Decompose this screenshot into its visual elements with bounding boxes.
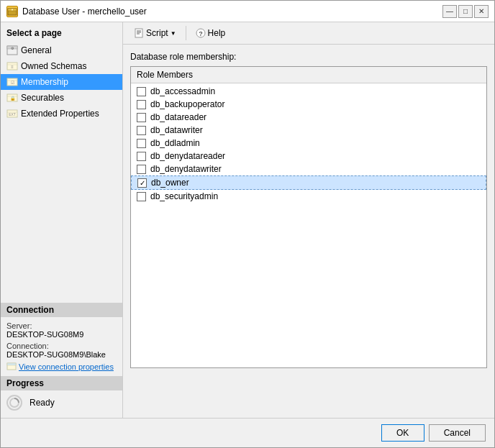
role-checkbox-db-denydatawriter[interactable] (137, 165, 146, 174)
sidebar-item-membership[interactable]: ☑ Membership (1, 74, 122, 90)
role-label-db-datawriter: db_datawriter (150, 125, 203, 135)
toolbar: Script ▼ ? Help (123, 22, 494, 45)
sidebar-item-owned-schemas[interactable]: ≡ Owned Schemas (1, 58, 122, 74)
script-dropdown-arrow[interactable]: ▼ (171, 30, 176, 37)
close-button[interactable]: ✕ (474, 5, 489, 18)
role-item-db-owner[interactable]: ✓ db_owner (131, 175, 486, 190)
sidebar-item-extended-properties-label: Extended Properties (21, 109, 99, 119)
role-item-db-accessadmin[interactable]: db_accessadmin (131, 85, 486, 98)
main-window: Database User - merchello_user — □ ✕ Sel… (0, 0, 495, 448)
sidebar-item-securables[interactable]: 🔒 Securables (1, 90, 122, 106)
role-checkbox-db-accessadmin[interactable] (137, 87, 146, 96)
svg-text:EXT: EXT (9, 112, 16, 116)
role-item-db-datareader[interactable]: db_datareader (131, 111, 486, 124)
sidebar-item-general[interactable]: ⚙ General (1, 42, 122, 58)
svg-point-2 (12, 9, 13, 10)
membership-icon: ☑ (6, 76, 18, 88)
role-checkbox-db-backupoperator[interactable] (137, 100, 146, 109)
role-label-db-owner: db_owner (151, 178, 189, 188)
securables-icon: 🔒 (6, 92, 18, 104)
minimize-button[interactable]: — (442, 5, 457, 18)
connection-section: Connection Server: DESKTOP-SUG08M9 Conne… (1, 303, 122, 376)
window-title: Database User - merchello_user (22, 6, 147, 17)
progress-spinner (6, 395, 22, 411)
svg-text:☑: ☑ (11, 81, 14, 85)
role-checkbox-db-ddladmin[interactable] (137, 139, 146, 148)
window-icon (6, 6, 18, 17)
help-label: Help (208, 28, 226, 38)
panel-content: Database role membership: Role Members d… (123, 45, 494, 418)
section-title: Database role membership: (130, 52, 487, 62)
owned-schemas-icon: ≡ (6, 60, 18, 72)
progress-header: Progress (1, 376, 122, 390)
view-connection-link[interactable]: View connection properties (19, 362, 114, 371)
general-icon: ⚙ (6, 45, 18, 56)
server-label: Server: (6, 321, 117, 330)
role-checkbox-db-denydatareader[interactable] (137, 152, 146, 161)
script-icon (134, 28, 144, 38)
connection-value: DESKTOP-SUG08M9\Blake (6, 350, 117, 359)
sidebar: Select a page ⚙ General (1, 22, 123, 418)
cancel-button[interactable]: Cancel (429, 424, 486, 442)
script-button[interactable]: Script ▼ (129, 25, 181, 41)
progress-content: Ready (1, 390, 122, 415)
sidebar-item-membership-label: Membership (21, 77, 68, 87)
bottom-bar: OK Cancel (1, 418, 494, 447)
role-checkbox-db-datawriter[interactable] (137, 126, 146, 135)
role-item-db-datawriter[interactable]: db_datawriter (131, 124, 486, 137)
sidebar-item-general-label: General (21, 45, 52, 55)
role-item-db-backupoperator[interactable]: db_backupoperator (131, 98, 486, 111)
sidebar-section-title: Select a page (1, 25, 122, 42)
connection-content: Server: DESKTOP-SUG08M9 Connection: DESK… (1, 317, 122, 376)
role-label-db-denydatareader: db_denydatareader (150, 151, 225, 161)
script-label: Script (146, 28, 168, 38)
svg-text:≡: ≡ (11, 65, 14, 69)
view-connection-container: View connection properties (6, 362, 117, 372)
sidebar-spacer (1, 122, 122, 303)
sidebar-item-securables-label: Securables (21, 93, 64, 103)
progress-section: Progress Ready (1, 376, 122, 415)
connection-label: Connection: (6, 342, 117, 350)
main-panel: Script ▼ ? Help Database role membership… (123, 22, 494, 418)
title-controls: — □ ✕ (442, 5, 489, 18)
extended-properties-icon: EXT (6, 108, 18, 119)
content-area: Select a page ⚙ General (1, 22, 494, 418)
progress-status: Ready (29, 398, 55, 408)
maximize-button[interactable]: □ (458, 5, 473, 18)
connection-header: Connection (1, 303, 122, 317)
role-members-box: Role Members db_accessadmin db_backupope… (130, 66, 487, 368)
role-item-db-securityadmin[interactable]: db_securityadmin (131, 190, 486, 203)
role-label-db-backupoperator: db_backupoperator (150, 99, 224, 109)
role-members-header: Role Members (131, 67, 486, 83)
role-label-db-datareader: db_datareader (150, 112, 206, 122)
role-item-db-denydatareader[interactable]: db_denydatareader (131, 150, 486, 163)
role-label-db-ddladmin: db_ddladmin (150, 138, 200, 148)
svg-rect-21 (135, 29, 142, 37)
ok-button[interactable]: OK (381, 424, 424, 442)
role-label-db-denydatawriter: db_denydatawriter (150, 164, 222, 174)
title-bar-left: Database User - merchello_user (6, 6, 147, 17)
sidebar-item-extended-properties[interactable]: EXT Extended Properties (1, 106, 122, 122)
toolbar-separator (186, 26, 186, 40)
svg-rect-19 (7, 363, 16, 365)
role-label-db-accessadmin: db_accessadmin (150, 86, 215, 96)
role-checkbox-db-securityadmin[interactable] (137, 192, 146, 201)
title-bar: Database User - merchello_user — □ ✕ (1, 1, 494, 22)
role-checkbox-db-datareader[interactable] (137, 113, 146, 122)
svg-text:?: ? (199, 30, 203, 37)
svg-text:🔒: 🔒 (10, 96, 16, 101)
role-checkbox-db-owner[interactable]: ✓ (137, 178, 147, 188)
server-value: DESKTOP-SUG08M9 (6, 330, 117, 339)
role-label-db-securityadmin: db_securityadmin (150, 191, 218, 201)
role-members-list: db_accessadmin db_backupoperator db_data… (131, 83, 486, 204)
help-button[interactable]: ? Help (191, 25, 231, 41)
sidebar-item-owned-schemas-label: Owned Schemas (21, 61, 86, 71)
help-icon: ? (196, 28, 206, 38)
role-item-db-denydatawriter[interactable]: db_denydatawriter (131, 163, 486, 175)
role-item-db-ddladmin[interactable]: db_ddladmin (131, 137, 486, 150)
connection-link-icon (6, 362, 17, 372)
